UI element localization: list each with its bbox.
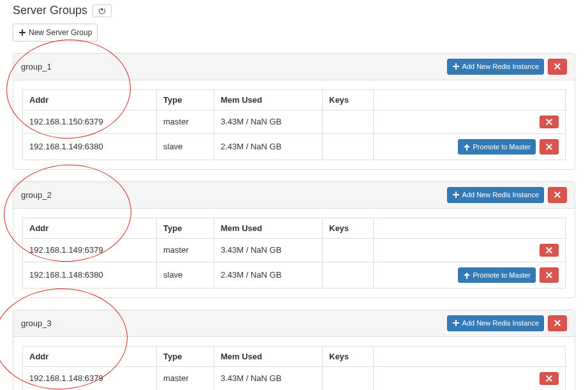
cell-addr: 192.168.1.148:6379 — [23, 366, 157, 390]
table-row: 192.168.1.149:6380slave2.43M / NaN GBPro… — [23, 133, 566, 160]
cell-keys — [323, 366, 374, 390]
cell-actions: Promote to Master — [374, 133, 566, 160]
add-redis-instance-button[interactable]: Add New Redis Instance — [447, 315, 544, 331]
add-redis-instance-button[interactable]: Add New Redis Instance — [447, 59, 544, 75]
col-actions — [374, 89, 566, 110]
group-panel: group_1Add New Redis InstanceAddrTypeMem… — [13, 53, 575, 170]
cell-mem: 2.43M / NaN GB — [214, 133, 323, 160]
delete-instance-button[interactable] — [540, 244, 559, 257]
cell-keys — [323, 238, 374, 262]
col-mem: Mem Used — [214, 89, 323, 110]
promote-to-master-button[interactable]: Promote to Master — [458, 139, 536, 155]
col-addr: Addr — [23, 89, 157, 110]
cell-actions: Promote to Master — [374, 262, 566, 289]
cell-mem: 3.43M / NaN GB — [214, 110, 323, 133]
instances-table: AddrTypeMem UsedKeys192.168.1.148:6379ma… — [22, 346, 566, 391]
plus-icon — [452, 191, 460, 199]
group-heading: group_1Add New Redis Instance — [13, 54, 575, 80]
group-name: group_3 — [21, 319, 52, 328]
col-addr: Addr — [23, 346, 157, 366]
delete-group-button[interactable] — [548, 187, 567, 203]
instances-table: AddrTypeMem UsedKeys192.168.1.150:6379ma… — [22, 89, 566, 161]
group-panel: group_2Add New Redis InstanceAddrTypeMem… — [13, 181, 575, 298]
cell-keys — [323, 133, 374, 160]
close-icon — [554, 191, 561, 199]
close-icon — [545, 271, 553, 279]
table-row: 192.168.1.149:6379master3.43M / NaN GB — [23, 238, 566, 262]
group-name: group_1 — [21, 62, 52, 71]
group-heading: group_3Add New Redis Instance — [13, 310, 575, 337]
instances-table: AddrTypeMem UsedKeys192.168.1.149:6379ma… — [22, 218, 566, 289]
group-panel: group_3Add New Redis InstanceAddrTypeMem… — [13, 310, 575, 390]
cell-addr: 192.168.1.148:6380 — [23, 262, 157, 289]
close-icon — [554, 63, 561, 70]
refresh-button[interactable] — [92, 4, 112, 17]
close-icon — [545, 143, 553, 151]
group-heading: group_2Add New Redis Instance — [13, 182, 575, 209]
col-actions — [374, 218, 566, 238]
add-redis-instance-label: Add New Redis Instance — [462, 318, 539, 329]
delete-instance-button[interactable] — [540, 139, 559, 155]
cell-mem: 3.43M / NaN GB — [214, 366, 323, 390]
plus-icon — [452, 63, 460, 70]
delete-group-button[interactable] — [548, 59, 567, 75]
col-keys: Keys — [323, 346, 374, 366]
promote-to-master-button[interactable]: Promote to Master — [458, 267, 536, 283]
cell-actions — [374, 238, 566, 262]
col-mem: Mem Used — [214, 346, 323, 366]
col-keys: Keys — [323, 89, 374, 110]
cell-type: master — [157, 110, 214, 133]
close-icon — [554, 319, 561, 327]
cell-keys — [323, 262, 374, 289]
table-row: 192.168.1.148:6380slave2.43M / NaN GBPro… — [23, 262, 566, 289]
new-server-group-button[interactable]: New Server Group — [13, 24, 98, 41]
add-redis-instance-label: Add New Redis Instance — [462, 190, 539, 200]
cell-type: slave — [157, 133, 214, 160]
close-icon — [545, 246, 553, 254]
plus-icon — [18, 29, 26, 36]
add-redis-instance-button[interactable]: Add New Redis Instance — [447, 187, 544, 203]
cell-type: master — [157, 238, 214, 262]
col-mem: Mem Used — [214, 218, 323, 238]
plus-icon — [452, 319, 460, 327]
cell-addr: 192.168.1.150:6379 — [23, 110, 157, 133]
refresh-icon — [98, 7, 106, 15]
col-type: Type — [157, 89, 214, 110]
col-type: Type — [157, 218, 214, 238]
delete-group-button[interactable] — [548, 315, 567, 331]
cell-mem: 2.43M / NaN GB — [214, 262, 323, 289]
page-title: Server Groups — [13, 4, 87, 17]
cell-actions — [374, 366, 566, 390]
table-row: 192.168.1.150:6379master3.43M / NaN GB — [23, 110, 566, 133]
col-type: Type — [157, 346, 214, 366]
table-row: 192.168.1.148:6379master3.43M / NaN GB — [23, 366, 566, 390]
cell-type: slave — [157, 262, 214, 289]
arrow-up-icon — [463, 271, 471, 279]
close-icon — [545, 375, 553, 382]
cell-mem: 3.43M / NaN GB — [214, 238, 323, 262]
promote-label: Promote to Master — [473, 142, 531, 153]
group-name: group_2 — [21, 190, 52, 200]
cell-keys — [323, 110, 374, 133]
cell-addr: 192.168.1.149:6379 — [23, 238, 157, 262]
promote-label: Promote to Master — [473, 270, 531, 281]
col-keys: Keys — [323, 218, 374, 238]
delete-instance-button[interactable] — [540, 372, 559, 385]
col-addr: Addr — [23, 218, 157, 238]
delete-instance-button[interactable] — [540, 116, 559, 128]
arrow-up-icon — [463, 143, 471, 151]
close-icon — [545, 118, 553, 126]
new-server-group-label: New Server Group — [29, 27, 92, 38]
cell-addr: 192.168.1.149:6380 — [23, 133, 157, 160]
delete-instance-button[interactable] — [540, 267, 559, 283]
col-actions — [374, 346, 566, 366]
cell-actions — [374, 110, 566, 133]
cell-type: master — [157, 366, 214, 390]
add-redis-instance-label: Add New Redis Instance — [462, 61, 539, 72]
